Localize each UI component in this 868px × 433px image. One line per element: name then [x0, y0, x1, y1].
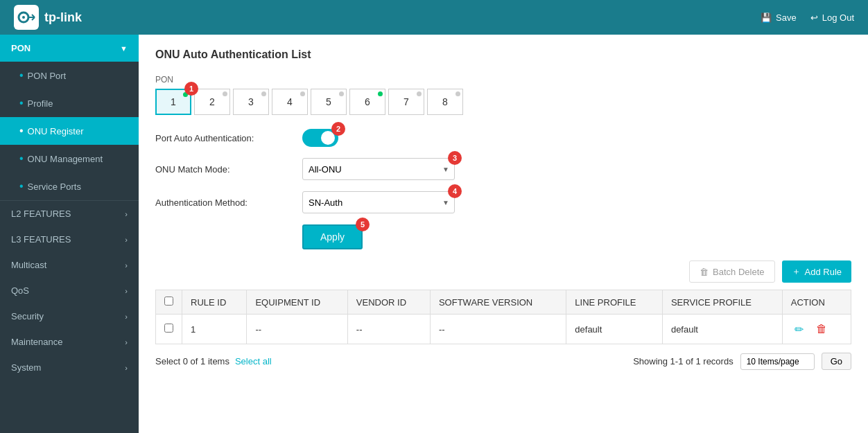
onu-match-mode-row: ONU Match Mode: All-ONU Manual 3: [155, 158, 851, 180]
row-checkbox[interactable]: [164, 324, 173, 333]
cell-rule-id: 1: [182, 315, 247, 344]
logo-text: tp-link: [44, 10, 82, 25]
sidebar-item-l2-features[interactable]: L2 FEATURES ›: [0, 201, 139, 227]
sidebar-item-onu-register[interactable]: ONU Register: [0, 117, 139, 145]
pon-port-7[interactable]: 7: [388, 89, 424, 115]
table-body: 1 -- -- -- default default ✏ 🗑: [156, 315, 851, 344]
topbar-actions: 💾 Save ↩ Log Out: [761, 12, 854, 23]
sidebar-item-pon-port[interactable]: PON Port: [0, 62, 139, 89]
pon-port-4[interactable]: 4: [272, 89, 308, 115]
plus-icon: ＋: [792, 265, 801, 278]
sidebar-item-qos[interactable]: QoS ›: [0, 278, 139, 303]
table-row: 1 -- -- -- default default ✏ 🗑: [156, 315, 851, 344]
pon-port-3-dot: [261, 91, 266, 96]
pon-port-4-dot: [300, 91, 305, 96]
row-check: [156, 315, 182, 344]
header-service-profile: SERVICE PROFILE: [662, 290, 782, 315]
header-software-version: SOFTWARE VERSION: [430, 290, 566, 315]
chevron-right-icon: ›: [125, 236, 128, 244]
pon-port-7-dot: [417, 91, 422, 96]
pon-port-6[interactable]: 6: [349, 89, 385, 115]
pon-port-2[interactable]: 2: [194, 89, 230, 115]
topbar: tp-link 💾 Save ↩ Log Out: [0, 0, 868, 35]
add-rule-button[interactable]: ＋ Add Rule: [782, 260, 851, 283]
save-button[interactable]: 💾 Save: [761, 12, 797, 23]
step-badge-3: 3: [448, 151, 462, 165]
layout: PON ▼ PON Port Profile ONU Register ONU …: [0, 35, 868, 433]
onu-match-mode-container: All-ONU Manual 3: [302, 158, 455, 180]
logo-icon: [14, 5, 39, 30]
cell-software-version: --: [430, 315, 566, 344]
chevron-right-icon: ›: [125, 210, 128, 218]
toggle-container: 2: [302, 129, 338, 147]
save-icon: 💾: [761, 12, 772, 23]
pon-port-2-dot: [223, 91, 227, 96]
sidebar-group-pon[interactable]: PON ▼: [0, 35, 139, 62]
go-button[interactable]: Go: [822, 353, 851, 370]
cell-vendor-id: --: [347, 315, 430, 344]
select-all-link[interactable]: Select all: [235, 356, 272, 366]
select-all-checkbox[interactable]: [164, 297, 173, 306]
apply-button[interactable]: Apply: [302, 224, 363, 249]
header-vendor-id: VENDOR ID: [347, 290, 430, 315]
select-count: Select 0 of 1 items Select all: [155, 356, 272, 366]
pon-port-8[interactable]: 8: [427, 89, 463, 115]
pon-port-8-dot: [455, 91, 460, 96]
sidebar-item-l3-features[interactable]: L3 FEATURES ›: [0, 227, 139, 252]
cell-line-profile: default: [566, 315, 663, 344]
table-header-row: RULE ID EQUIPMENT ID VENDOR ID SOFTWARE …: [156, 290, 851, 315]
form: Port Auto Authentication: 2 ONU Match Mo…: [155, 129, 851, 249]
logout-icon: ↩: [810, 12, 818, 23]
pagination: Select 0 of 1 items Select all Showing 1…: [155, 353, 851, 370]
header-check: [156, 290, 182, 315]
logo: tp-link: [14, 5, 82, 30]
action-icons: ✏ 🗑: [791, 321, 842, 337]
batch-delete-button[interactable]: 🗑 Batch Delete: [689, 260, 774, 283]
step-badge-5: 5: [356, 218, 370, 231]
chevron-right-icon: ›: [125, 312, 128, 321]
apply-row: Apply 5: [155, 224, 851, 249]
pon-selector-label: PON: [155, 75, 851, 85]
pon-port-1-container: 1 1: [155, 89, 191, 115]
sidebar: PON ▼ PON Port Profile ONU Register ONU …: [0, 35, 139, 433]
pon-port-6-dot: [378, 91, 383, 96]
sidebar-item-onu-management[interactable]: ONU Management: [0, 145, 139, 173]
pon-port-5-dot: [339, 91, 344, 96]
sidebar-item-maintenance[interactable]: Maintenance ›: [0, 329, 139, 355]
logout-button[interactable]: ↩ Log Out: [810, 12, 854, 23]
auth-method-select[interactable]: SN-Auth Password-Auth SN-Password-Auth: [302, 191, 455, 213]
sidebar-item-system[interactable]: System ›: [0, 355, 139, 380]
page-title: ONU Auto Authentication List: [155, 48, 851, 61]
header-line-profile: LINE PROFILE: [566, 290, 663, 315]
sidebar-item-profile[interactable]: Profile: [0, 89, 139, 117]
chevron-right-icon: ›: [125, 287, 128, 295]
pon-port-5[interactable]: 5: [311, 89, 347, 115]
sidebar-item-security[interactable]: Security ›: [0, 303, 139, 329]
onu-match-mode-label: ONU Match Mode:: [155, 164, 294, 175]
delete-button[interactable]: 🗑: [813, 321, 830, 337]
pon-group: PON ▼ PON Port Profile ONU Register ONU …: [0, 35, 139, 201]
sidebar-item-service-ports[interactable]: Service Ports: [0, 173, 139, 200]
header-rule-id: RULE ID: [182, 290, 247, 315]
step-badge-2: 2: [331, 122, 345, 136]
chevron-down-icon: ▼: [120, 44, 128, 53]
onu-match-mode-select[interactable]: All-ONU Manual: [302, 158, 455, 180]
chevron-right-icon: ›: [125, 364, 128, 372]
step-badge-1: 1: [184, 82, 198, 96]
auth-method-container: SN-Auth Password-Auth SN-Password-Auth 4: [302, 191, 455, 213]
chevron-right-icon: ›: [125, 261, 128, 269]
per-page-select[interactable]: 10 Items/page 20 Items/page 50 Items/pag…: [740, 353, 815, 370]
table-actions: 🗑 Batch Delete ＋ Add Rule: [155, 260, 851, 283]
rules-table: RULE ID EQUIPMENT ID VENDOR ID SOFTWARE …: [155, 290, 851, 344]
pon-port-3[interactable]: 3: [233, 89, 269, 115]
apply-container: Apply 5: [302, 224, 363, 249]
pon-section: PON 1 1 2 3: [155, 75, 851, 115]
header-equipment-id: EQUIPMENT ID: [247, 290, 347, 315]
edit-button[interactable]: ✏: [791, 321, 808, 337]
port-auto-auth-row: Port Auto Authentication: 2: [155, 129, 851, 147]
pon-ports: 1 1 2 3 4 5: [155, 89, 851, 115]
sidebar-item-multicast[interactable]: Multicast ›: [0, 252, 139, 278]
svg-point-1: [22, 16, 25, 19]
header-action: ACTION: [782, 290, 851, 315]
cell-equipment-id: --: [247, 315, 347, 344]
